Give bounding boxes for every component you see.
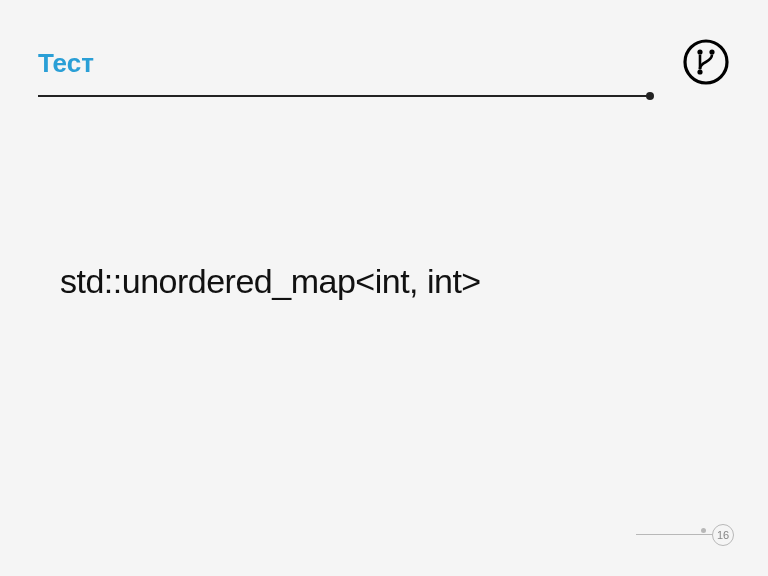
divider-line bbox=[38, 95, 650, 97]
page-number-dot bbox=[701, 528, 706, 533]
slide-title: Тест bbox=[38, 48, 730, 79]
svg-point-2 bbox=[709, 49, 714, 54]
title-divider bbox=[38, 92, 650, 102]
svg-point-3 bbox=[697, 69, 702, 74]
page-number-badge: 16 bbox=[712, 524, 734, 546]
divider-dot bbox=[646, 92, 654, 100]
svg-point-1 bbox=[697, 49, 702, 54]
page-number-line bbox=[636, 534, 716, 535]
slide: Тест std::unordered_map<int, int> 16 bbox=[0, 0, 768, 576]
slide-body-text: std::unordered_map<int, int> bbox=[60, 262, 481, 301]
git-branch-icon bbox=[682, 38, 730, 86]
page-number-area: 16 bbox=[634, 522, 734, 548]
page-number: 16 bbox=[717, 529, 729, 541]
